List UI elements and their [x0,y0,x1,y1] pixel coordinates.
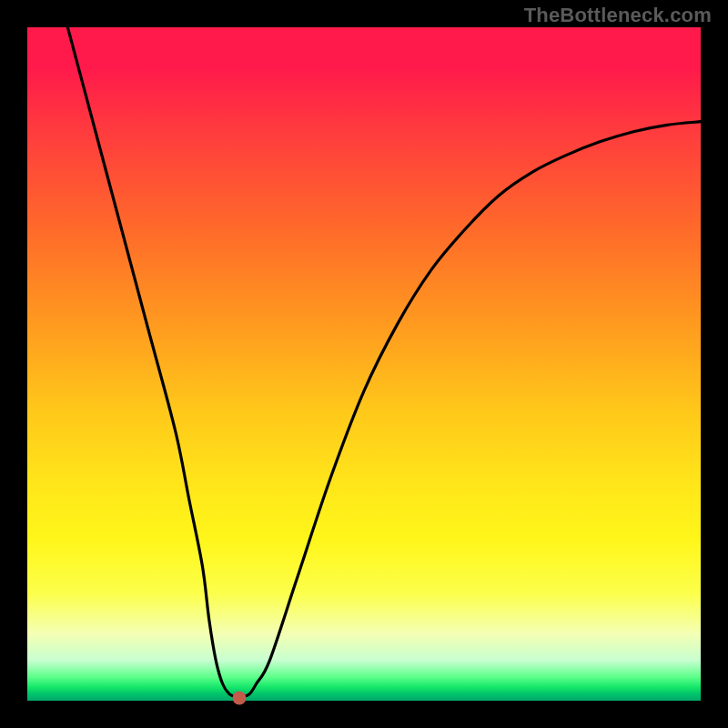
chart-frame: TheBottleneck.com [0,0,728,728]
optimal-point-marker [233,692,247,705]
bottleneck-curve-svg [27,27,701,701]
plot-area [27,27,701,701]
bottleneck-curve [67,27,701,697]
watermark-text: TheBottleneck.com [524,4,712,27]
